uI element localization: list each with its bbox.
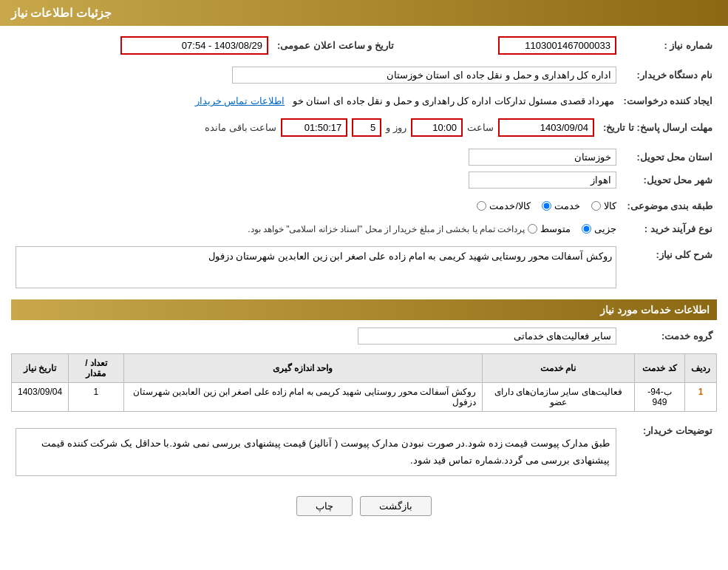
sharhKoli-label: شرح کلی نیاز: (621, 243, 717, 294)
print-button[interactable]: چاپ (296, 496, 353, 516)
jozi-label: جزیی (594, 223, 616, 234)
motavaset-label: متوسط (540, 223, 571, 234)
col-radif: ردیف (685, 354, 717, 383)
mohlat-date-input[interactable] (498, 118, 594, 137)
ijadKonande-label: ایجاد کننده درخواست: (619, 92, 717, 109)
back-button[interactable]: بازگشت (360, 496, 432, 516)
groheKhedmat-input[interactable] (358, 328, 616, 345)
tosihKharidar-value: طبق مدارک پیوست قیمت زده شود.در صورت نبو… (16, 428, 616, 476)
sharhKoli-textarea[interactable]: روکش آسفالت محور روستایی شهید کریمی به ا… (16, 246, 616, 288)
ijadKonande-link[interactable]: اطلاعات تماس خریدار (195, 95, 285, 106)
mohlat-label: مهلت ارسال پاسخ: تا تاریخ: (599, 115, 717, 140)
khedmat-radio[interactable] (542, 201, 551, 211)
kala-khedmat-radio[interactable] (477, 201, 486, 211)
jozi-radio[interactable] (582, 224, 591, 234)
tabaghebandi-radio-group: کالا خدمت کالا/خدمت (477, 200, 616, 211)
col-vahed: واحد اندازه گیری (123, 354, 482, 383)
cell-vahed: روکش آسفالت محور روستایی شهید کریمی به ا… (123, 383, 482, 412)
kala-label: کالا (604, 200, 616, 211)
page-title: جزئیات اطلاعات نیاز (0, 0, 728, 26)
motavaset-radio[interactable] (528, 224, 537, 234)
shomareNiaz-label: شماره نیاز : (621, 33, 717, 58)
cell-tedad: 1 (69, 383, 124, 412)
cell-radif: 1 (685, 383, 717, 412)
mohlat-baqi-input[interactable] (281, 118, 347, 137)
noFarayand-radio-group: جزیی متوسط (528, 223, 616, 234)
tabaghebandi-label: طبقه بندی موضوعی: (621, 197, 717, 214)
services-table: ردیف کد خدمت نام خدمت واحد اندازه گیری ت… (11, 353, 717, 412)
mohlat-saat-input[interactable] (411, 118, 463, 137)
col-nam: نام خدمت (482, 354, 634, 383)
cell-namKhedmat: فعالیت‌های سایر سازمان‌های دارای عضو (482, 383, 634, 412)
namDastgah-input[interactable] (232, 67, 616, 84)
roz-label: روز و (386, 122, 406, 133)
services-section-header: اطلاعات خدمات مورد نیاز (11, 299, 717, 320)
button-row: بازگشت چاپ (11, 496, 717, 516)
shomareNiaz-input[interactable] (498, 36, 616, 55)
tarikh-input[interactable] (120, 36, 268, 55)
col-tarikh: تاریخ نیاز (12, 354, 69, 383)
baqi-label: ساعت باقی مانده (205, 122, 276, 133)
namDastgah-label: نام دستگاه خریدار: (621, 64, 717, 86)
cell-kod: ب-94-949 (635, 383, 685, 412)
tosihKharidar-label: توضیحات خریدار: (621, 419, 717, 485)
ostan-label: استان محل تحویل: (621, 146, 717, 169)
noFarayand-label: نوع فرآیند خرید : (621, 220, 717, 237)
kala-khedmat-label: کالا/خدمت (489, 200, 531, 211)
saat-label: ساعت (467, 122, 494, 133)
mohlat-roz-input[interactable] (352, 118, 381, 137)
col-tedad: تعداد / مقدار (69, 354, 124, 383)
noFarayand-desc: پرداخت تمام یا بخشی از مبلغ خریدار از مح… (248, 224, 525, 234)
shahr-input[interactable] (469, 172, 616, 189)
ijadKonande-value: مهرداد قصدی مسئول تدارکات اداره کل راهدا… (293, 95, 615, 106)
ostan-input[interactable] (469, 149, 616, 166)
col-kod: کد خدمت (635, 354, 685, 383)
shahr-label: شهر محل تحویل: (621, 169, 717, 191)
tarikhLabel: تاریخ و ساعت اعلان عمومی: (273, 33, 409, 58)
table-row: 1 ب-94-949 فعالیت‌های سایر سازمان‌های دا… (12, 383, 717, 412)
kala-radio[interactable] (591, 201, 601, 211)
khedmat-label: خدمت (554, 200, 580, 211)
groheKhedmat-label: گروه خدمت: (621, 325, 717, 347)
cell-tarikh: 1403/09/04 (12, 383, 69, 412)
